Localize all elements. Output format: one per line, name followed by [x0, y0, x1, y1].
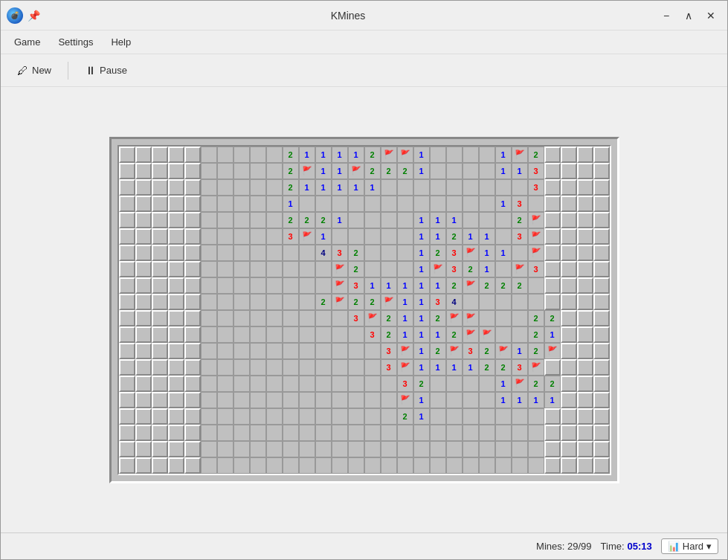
cell[interactable] — [446, 392, 463, 408]
cell[interactable] — [250, 310, 266, 326]
cell[interactable] — [168, 376, 184, 392]
cell[interactable] — [364, 310, 381, 326]
cell[interactable] — [217, 408, 233, 425]
cell[interactable] — [152, 261, 168, 277]
cell[interactable] — [184, 457, 201, 474]
cell[interactable]: 2 — [528, 343, 544, 359]
cell[interactable] — [332, 392, 348, 408]
cell[interactable] — [348, 376, 364, 392]
cell[interactable] — [184, 310, 201, 326]
cell[interactable] — [577, 326, 593, 343]
cell[interactable] — [217, 261, 233, 277]
cell[interactable] — [593, 196, 610, 212]
cell[interactable] — [364, 212, 381, 228]
cell[interactable] — [217, 326, 233, 343]
menu-settings[interactable]: Settings — [51, 33, 100, 51]
cell[interactable] — [495, 408, 512, 425]
cell[interactable] — [135, 196, 152, 212]
cell[interactable] — [233, 163, 250, 179]
cell[interactable] — [495, 261, 512, 277]
cell[interactable] — [119, 408, 135, 425]
cell[interactable] — [283, 408, 299, 425]
cell[interactable] — [217, 359, 233, 376]
cell[interactable] — [233, 441, 250, 457]
cell[interactable] — [512, 179, 528, 196]
cell[interactable] — [577, 147, 593, 163]
cell[interactable] — [201, 179, 217, 196]
cell[interactable]: 1 — [299, 147, 315, 163]
cell[interactable] — [413, 196, 430, 212]
cell[interactable] — [544, 277, 561, 294]
cell[interactable] — [528, 277, 544, 294]
cell[interactable] — [446, 376, 463, 392]
cell[interactable] — [315, 392, 332, 408]
cell[interactable] — [577, 310, 593, 326]
cell[interactable] — [119, 261, 135, 277]
cell[interactable]: 3 — [381, 359, 397, 376]
cell[interactable] — [266, 277, 283, 294]
cell[interactable] — [577, 294, 593, 310]
cell[interactable] — [463, 294, 479, 310]
cell[interactable] — [299, 261, 315, 277]
menu-game[interactable]: Game — [7, 33, 48, 51]
cell[interactable] — [593, 326, 610, 343]
cell[interactable] — [152, 425, 168, 441]
cell[interactable] — [201, 277, 217, 294]
cell[interactable] — [217, 245, 233, 261]
cell[interactable] — [299, 310, 315, 326]
cell[interactable]: 1 — [315, 179, 332, 196]
cell[interactable] — [233, 457, 250, 474]
cell[interactable] — [201, 425, 217, 441]
cell[interactable] — [593, 261, 610, 277]
cell[interactable]: 1 — [512, 163, 528, 179]
cell[interactable] — [544, 294, 561, 310]
cell[interactable] — [201, 392, 217, 408]
cell[interactable] — [544, 228, 561, 245]
cell[interactable] — [233, 261, 250, 277]
cell[interactable] — [463, 310, 479, 326]
cell[interactable] — [593, 408, 610, 425]
cell[interactable] — [283, 277, 299, 294]
cell[interactable] — [201, 196, 217, 212]
cell[interactable] — [119, 441, 135, 457]
cell[interactable] — [381, 196, 397, 212]
cell[interactable] — [119, 294, 135, 310]
cell[interactable]: 3 — [397, 376, 413, 392]
cell[interactable] — [250, 457, 266, 474]
cell[interactable] — [299, 425, 315, 441]
cell[interactable] — [233, 212, 250, 228]
cell[interactable] — [299, 228, 315, 245]
cell[interactable] — [152, 277, 168, 294]
cell[interactable] — [201, 441, 217, 457]
cell[interactable] — [397, 179, 413, 196]
cell[interactable]: 1 — [495, 376, 512, 392]
cell[interactable] — [266, 147, 283, 163]
cell[interactable] — [152, 163, 168, 179]
cell[interactable] — [250, 147, 266, 163]
cell[interactable] — [495, 326, 512, 343]
cell[interactable] — [250, 408, 266, 425]
cell[interactable]: 1 — [446, 212, 463, 228]
cell[interactable] — [299, 343, 315, 359]
cell[interactable] — [152, 441, 168, 457]
cell[interactable] — [512, 147, 528, 163]
cell[interactable]: 1 — [413, 261, 430, 277]
cell[interactable] — [266, 441, 283, 457]
cell[interactable] — [201, 326, 217, 343]
cell[interactable] — [479, 441, 495, 457]
cell[interactable]: 4 — [446, 294, 463, 310]
cell[interactable] — [217, 196, 233, 212]
cell[interactable]: 3 — [381, 343, 397, 359]
cell[interactable] — [463, 147, 479, 163]
cell[interactable]: 1 — [315, 147, 332, 163]
cell[interactable] — [561, 457, 577, 474]
cell[interactable] — [299, 277, 315, 294]
cell[interactable]: 2 — [348, 245, 364, 261]
cell[interactable]: 1 — [479, 228, 495, 245]
cell[interactable] — [593, 179, 610, 196]
cell[interactable] — [315, 196, 332, 212]
cell[interactable]: 1 — [495, 163, 512, 179]
cell[interactable] — [561, 163, 577, 179]
cell[interactable] — [135, 294, 152, 310]
cell[interactable] — [283, 359, 299, 376]
